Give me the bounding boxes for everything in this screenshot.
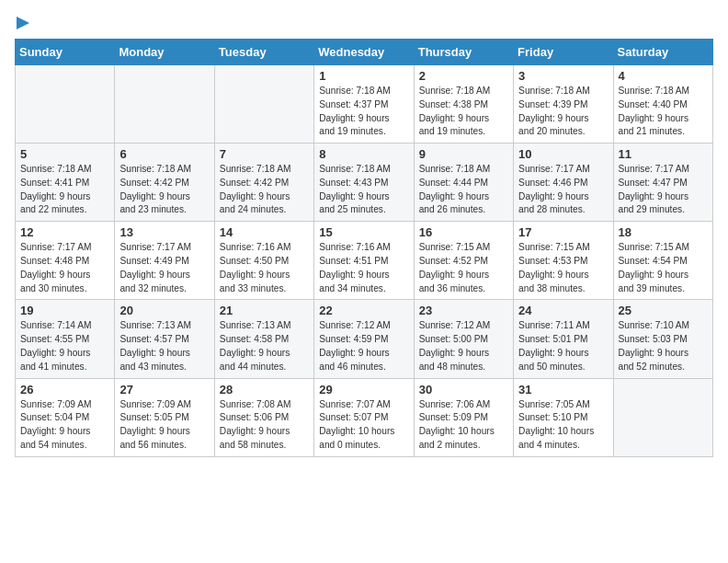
day-info: Sunrise: 7:16 AM Sunset: 4:51 PM Dayligh… (319, 241, 408, 295)
calendar-cell: 10Sunrise: 7:17 AM Sunset: 4:46 PM Dayli… (514, 144, 613, 222)
day-number: 27 (119, 383, 209, 396)
calendar-cell: 21Sunrise: 7:13 AM Sunset: 4:58 PM Dayli… (214, 300, 313, 378)
calendar-header-monday: Monday (115, 40, 214, 65)
calendar-cell: 2Sunrise: 7:18 AM Sunset: 4:38 PM Daylig… (414, 65, 513, 144)
calendar-cell (214, 65, 313, 144)
day-info: Sunrise: 7:08 AM Sunset: 5:06 PM Dayligh… (220, 398, 309, 453)
calendar-header-sunday: Sunday (16, 40, 115, 65)
day-number: 22 (319, 304, 408, 317)
day-info: Sunrise: 7:18 AM Sunset: 4:40 PM Dayligh… (619, 85, 708, 139)
day-number: 23 (419, 304, 508, 317)
day-info: Sunrise: 7:09 AM Sunset: 5:04 PM Dayligh… (20, 398, 109, 453)
calendar-week-row: 12Sunrise: 7:17 AM Sunset: 4:48 PM Dayli… (16, 222, 713, 300)
day-info: Sunrise: 7:18 AM Sunset: 4:42 PM Dayligh… (220, 163, 309, 217)
calendar-cell: 28Sunrise: 7:08 AM Sunset: 5:06 PM Dayli… (214, 378, 313, 456)
calendar-cell: 14Sunrise: 7:16 AM Sunset: 4:50 PM Dayli… (214, 222, 313, 300)
calendar-header-saturday: Saturday (613, 40, 712, 65)
day-number: 12 (20, 225, 109, 239)
day-info: Sunrise: 7:10 AM Sunset: 5:03 PM Dayligh… (619, 319, 708, 373)
calendar-cell: 5Sunrise: 7:18 AM Sunset: 4:41 PM Daylig… (16, 144, 115, 222)
calendar-week-row: 1Sunrise: 7:18 AM Sunset: 4:37 PM Daylig… (16, 65, 713, 144)
calendar-week-row: 5Sunrise: 7:18 AM Sunset: 4:41 PM Daylig… (16, 144, 713, 222)
day-info: Sunrise: 7:13 AM Sunset: 4:57 PM Dayligh… (119, 319, 209, 373)
calendar-cell: 7Sunrise: 7:18 AM Sunset: 4:42 PM Daylig… (214, 144, 313, 222)
day-info: Sunrise: 7:18 AM Sunset: 4:44 PM Dayligh… (419, 163, 508, 217)
day-info: Sunrise: 7:15 AM Sunset: 4:53 PM Dayligh… (518, 241, 608, 295)
calendar-table: SundayMondayTuesdayWednesdayThursdayFrid… (15, 39, 713, 457)
day-info: Sunrise: 7:09 AM Sunset: 5:05 PM Dayligh… (119, 398, 209, 453)
calendar-cell: 19Sunrise: 7:14 AM Sunset: 4:55 PM Dayli… (16, 300, 115, 378)
calendar-cell: 25Sunrise: 7:10 AM Sunset: 5:03 PM Dayli… (613, 300, 712, 378)
day-number: 17 (518, 225, 608, 239)
day-info: Sunrise: 7:13 AM Sunset: 4:58 PM Dayligh… (220, 319, 309, 373)
calendar-cell: 20Sunrise: 7:13 AM Sunset: 4:57 PM Dayli… (115, 300, 214, 378)
day-info: Sunrise: 7:12 AM Sunset: 5:00 PM Dayligh… (419, 319, 508, 373)
day-number: 8 (319, 147, 408, 161)
day-number: 5 (20, 147, 109, 161)
day-number: 30 (419, 383, 508, 396)
day-info: Sunrise: 7:17 AM Sunset: 4:46 PM Dayligh… (518, 163, 608, 217)
day-info: Sunrise: 7:18 AM Sunset: 4:39 PM Dayligh… (518, 85, 608, 139)
day-number: 31 (518, 383, 608, 396)
day-info: Sunrise: 7:05 AM Sunset: 5:10 PM Dayligh… (518, 398, 608, 453)
calendar-cell: 31Sunrise: 7:05 AM Sunset: 5:10 PM Dayli… (514, 378, 613, 456)
calendar-cell: 1Sunrise: 7:18 AM Sunset: 4:37 PM Daylig… (314, 65, 414, 144)
calendar-cell: 9Sunrise: 7:18 AM Sunset: 4:44 PM Daylig… (414, 144, 513, 222)
calendar-cell: 24Sunrise: 7:11 AM Sunset: 5:01 PM Dayli… (514, 300, 613, 378)
day-info: Sunrise: 7:15 AM Sunset: 4:54 PM Dayligh… (619, 241, 708, 295)
day-number: 9 (419, 147, 508, 161)
day-number: 16 (419, 225, 508, 239)
day-info: Sunrise: 7:11 AM Sunset: 5:01 PM Dayligh… (518, 319, 608, 373)
calendar-cell: 30Sunrise: 7:06 AM Sunset: 5:09 PM Dayli… (414, 378, 513, 456)
day-number: 3 (518, 69, 608, 83)
page-header (15, 15, 713, 31)
day-number: 20 (119, 304, 209, 317)
day-info: Sunrise: 7:12 AM Sunset: 4:59 PM Dayligh… (319, 319, 408, 373)
calendar-cell: 3Sunrise: 7:18 AM Sunset: 4:39 PM Daylig… (514, 65, 613, 144)
calendar-cell: 23Sunrise: 7:12 AM Sunset: 5:00 PM Dayli… (414, 300, 513, 378)
calendar-cell (16, 65, 115, 144)
day-number: 15 (319, 225, 408, 239)
calendar-cell: 6Sunrise: 7:18 AM Sunset: 4:42 PM Daylig… (115, 144, 214, 222)
day-info: Sunrise: 7:15 AM Sunset: 4:52 PM Dayligh… (419, 241, 508, 295)
day-number: 4 (619, 69, 708, 83)
svg-marker-0 (17, 17, 29, 29)
day-number: 29 (319, 383, 408, 396)
calendar-header-tuesday: Tuesday (214, 40, 313, 65)
day-number: 10 (518, 147, 608, 161)
day-number: 25 (619, 304, 708, 317)
day-info: Sunrise: 7:18 AM Sunset: 4:38 PM Dayligh… (419, 85, 508, 139)
day-number: 6 (119, 147, 209, 161)
day-number: 28 (220, 383, 309, 396)
calendar-week-row: 19Sunrise: 7:14 AM Sunset: 4:55 PM Dayli… (16, 300, 713, 378)
day-info: Sunrise: 7:18 AM Sunset: 4:37 PM Dayligh… (319, 85, 408, 139)
day-info: Sunrise: 7:17 AM Sunset: 4:49 PM Dayligh… (119, 241, 209, 295)
calendar-cell: 11Sunrise: 7:17 AM Sunset: 4:47 PM Dayli… (613, 144, 712, 222)
day-info: Sunrise: 7:06 AM Sunset: 5:09 PM Dayligh… (419, 398, 508, 453)
calendar-header-thursday: Thursday (414, 40, 513, 65)
day-info: Sunrise: 7:16 AM Sunset: 4:50 PM Dayligh… (220, 241, 309, 295)
day-info: Sunrise: 7:17 AM Sunset: 4:47 PM Dayligh… (619, 163, 708, 217)
calendar-cell (613, 378, 712, 456)
day-number: 13 (119, 225, 209, 239)
day-info: Sunrise: 7:18 AM Sunset: 4:41 PM Dayligh… (20, 163, 109, 217)
calendar-cell: 12Sunrise: 7:17 AM Sunset: 4:48 PM Dayli… (16, 222, 115, 300)
calendar-cell: 15Sunrise: 7:16 AM Sunset: 4:51 PM Dayli… (314, 222, 414, 300)
calendar-week-row: 26Sunrise: 7:09 AM Sunset: 5:04 PM Dayli… (16, 378, 713, 456)
day-number: 21 (220, 304, 309, 317)
day-info: Sunrise: 7:18 AM Sunset: 4:43 PM Dayligh… (319, 163, 408, 217)
calendar-header-friday: Friday (514, 40, 613, 65)
calendar-cell: 16Sunrise: 7:15 AM Sunset: 4:52 PM Dayli… (414, 222, 513, 300)
day-number: 2 (419, 69, 508, 83)
calendar-cell: 4Sunrise: 7:18 AM Sunset: 4:40 PM Daylig… (613, 65, 712, 144)
day-info: Sunrise: 7:14 AM Sunset: 4:55 PM Dayligh… (20, 319, 109, 373)
day-info: Sunrise: 7:07 AM Sunset: 5:07 PM Dayligh… (319, 398, 408, 453)
day-info: Sunrise: 7:18 AM Sunset: 4:42 PM Dayligh… (119, 163, 209, 217)
calendar-cell: 18Sunrise: 7:15 AM Sunset: 4:54 PM Dayli… (613, 222, 712, 300)
day-number: 1 (319, 69, 408, 83)
logo (15, 15, 33, 31)
day-number: 19 (20, 304, 109, 317)
calendar-header-wednesday: Wednesday (314, 40, 414, 65)
calendar-cell (115, 65, 214, 144)
day-number: 11 (619, 147, 708, 161)
